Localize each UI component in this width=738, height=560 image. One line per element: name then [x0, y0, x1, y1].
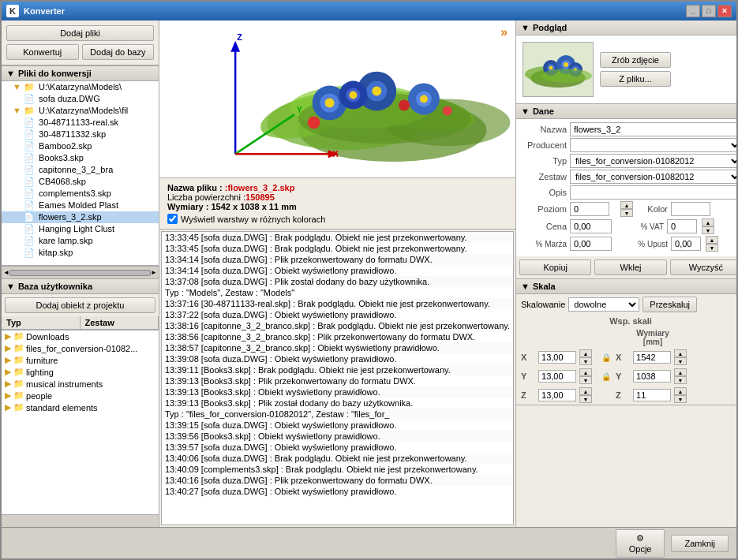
z-mm-up-button[interactable]: ▲ — [674, 387, 687, 395]
add-files-button[interactable]: Dodaj pliki — [6, 25, 154, 41]
center-panel: » — [159, 21, 516, 527]
z-mm-down-button[interactable]: ▼ — [674, 395, 687, 403]
obj-tree[interactable]: ▶ 📁 Downloads ▶ 📁 files_for_conversion-0… — [2, 330, 159, 514]
from-file-button[interactable]: Z pliku... — [600, 71, 671, 87]
tree-item[interactable]: 📄 30-48711133-real.sk — [2, 117, 159, 129]
svg-point-10 — [325, 99, 335, 108]
folder-icon: ▼ 📁 — [13, 106, 35, 115]
x-wsp-up-button[interactable]: ▲ — [579, 349, 592, 357]
lock-icon-y: 🔒 — [601, 372, 614, 381]
obj-tree-item[interactable]: ▶ 📁 files_for_conversion-01082... — [2, 342, 159, 354]
take-photo-button[interactable]: Zrób zdjęcie — [600, 52, 671, 68]
tree-item[interactable]: 📄 complements3.skp — [2, 188, 159, 200]
tree-item[interactable]: 📄 capitonne_3_2_bra — [2, 164, 159, 176]
kolor-input[interactable] — [671, 202, 710, 216]
typ-select[interactable]: files_for_conversion-01082012 — [570, 154, 736, 168]
z-wsp-down-button[interactable]: ▼ — [579, 395, 592, 403]
file-tree-scrollbar-h[interactable]: ◄ ► — [2, 266, 159, 278]
opcje-button[interactable]: ⚙ Opcje — [616, 529, 665, 558]
wklej-button[interactable]: Wklej — [594, 259, 666, 275]
wyczysc-button[interactable]: Wyczyść — [670, 259, 736, 275]
add-to-db-button[interactable]: Dodaj do bazy — [82, 44, 155, 60]
tree-item[interactable]: 📄 sofa duza.DWG — [2, 93, 159, 105]
tree-item[interactable]: 📄 30-48711332.skp — [2, 129, 159, 140]
cena-input[interactable] — [570, 219, 612, 233]
tree-item-label: kitap.skp — [39, 248, 73, 257]
z-wsp-up-button[interactable]: ▲ — [579, 387, 592, 395]
file-tree[interactable]: ▼ 📁 U:\Katarzyna\Models\ 📄 sofa duza.DWG… — [2, 81, 159, 266]
poziom-down-button[interactable]: ▼ — [620, 209, 633, 217]
nazwa-input[interactable] — [570, 122, 736, 136]
x-mm-up-button[interactable]: ▲ — [674, 349, 687, 357]
vat-down-button[interactable]: ▼ — [702, 226, 714, 234]
tree-item[interactable]: 📄 CB4068.skp — [2, 176, 159, 188]
upust-input[interactable] — [671, 237, 701, 251]
marza-input[interactable] — [570, 237, 612, 251]
right-panel: ▼ Podgląd — [516, 21, 736, 527]
obj-tree-item[interactable]: ▶ 📁 lighting — [2, 366, 159, 378]
tree-item[interactable]: ▼ 📁 U:\Katarzyna\Models\ — [2, 81, 159, 93]
obj-tree-item[interactable]: ▶ 📁 standard elements — [2, 401, 159, 413]
tree-item[interactable]: 📄 kare lamp.skp — [2, 235, 159, 247]
obj-tree-item[interactable]: ▶ 📁 furniture — [2, 354, 159, 366]
y-wsp-input[interactable] — [538, 370, 576, 383]
obj-tree-scrollbar-h[interactable] — [2, 514, 159, 527]
y-wsp-up-button[interactable]: ▲ — [579, 368, 592, 376]
y-wsp-down-button[interactable]: ▼ — [579, 376, 592, 384]
log-line: 13:37:16 [30-48711133-real.skp] : Brak p… — [162, 298, 513, 309]
svg-point-21 — [399, 99, 410, 110]
convert-button[interactable]: Konwertuj — [6, 44, 79, 60]
vat-up-button[interactable]: ▲ — [702, 218, 714, 226]
close-button[interactable]: ✕ — [717, 5, 732, 17]
add-obj-from-project-button[interactable]: Dodaj obiekt z projektu — [5, 297, 155, 313]
x-wsp-down-button[interactable]: ▼ — [579, 357, 592, 365]
tree-item[interactable]: 📄 Bamboo2.skp — [2, 140, 159, 152]
z-mm-input[interactable] — [633, 389, 671, 401]
zamknij-button[interactable]: Zamknij — [671, 535, 729, 552]
z-wsp-input[interactable] — [538, 389, 576, 401]
tree-item[interactable]: 📄 kitap.skp — [2, 247, 159, 259]
layers-checkbox[interactable] — [167, 214, 178, 224]
maximize-button[interactable]: □ — [702, 5, 716, 17]
kopiuj-button[interactable]: Kopiuj — [519, 259, 591, 275]
x-mm-down-button[interactable]: ▼ — [674, 357, 687, 365]
data-actions: Kopiuj Wklej Wyczyść — [516, 256, 736, 278]
x-mm-input[interactable] — [633, 351, 671, 364]
tree-item-label: Eames Molded Plast — [39, 200, 118, 210]
opis-input[interactable] — [570, 185, 736, 200]
tree-item-selected[interactable]: 📄 flowers_3_2.skp — [2, 211, 159, 223]
tree-item[interactable]: ▼ 📁 U:\Katarzyna\Models\fil — [2, 105, 159, 117]
tree-item[interactable]: 📄 Hanging Light Clust — [2, 223, 159, 235]
obj-tree-item[interactable]: ▶ 📁 musical instruments — [2, 378, 159, 390]
upust-down-button[interactable]: ▼ — [706, 244, 718, 252]
files-section-header[interactable]: ▼ Pliki do konwersji — [2, 65, 159, 81]
y-mm-input[interactable] — [633, 370, 671, 383]
poziom-input[interactable] — [570, 202, 609, 216]
poziom-spinner: ▲ ▼ — [620, 201, 633, 217]
producent-select[interactable] — [570, 138, 736, 152]
przeskaluj-button[interactable]: Przeskaluj — [642, 297, 697, 312]
preview-arrows-icon: » — [500, 25, 508, 39]
log-line: 13:39:08 [sofa duza.DWG] : Obiekt wyświe… — [162, 353, 513, 364]
user-db-section-header[interactable]: ▼ Baza użytkownika — [2, 278, 159, 294]
skalowanie-select[interactable]: dowolne — [568, 297, 639, 312]
y-mm-down-button[interactable]: ▼ — [674, 376, 687, 384]
x-label: X — [521, 353, 537, 362]
x-wsp-input[interactable] — [538, 351, 576, 364]
log-line: 13:40:16 [sofa duza.DWG] : Plik przekonw… — [162, 475, 513, 486]
zestaw-select[interactable]: files_for_conversion-01082012 — [570, 170, 736, 184]
vat-input[interactable] — [667, 219, 697, 233]
y-mm-up-button[interactable]: ▲ — [674, 368, 687, 376]
log-area[interactable]: 13:33:45 [sofa duza.DWG] : Brak podglądu… — [161, 231, 514, 525]
upust-up-button[interactable]: ▲ — [706, 236, 718, 244]
tree-item[interactable]: 📄 Eames Molded Plast — [2, 200, 159, 211]
tree-item[interactable]: 📄 Books3.skp — [2, 152, 159, 164]
poziom-up-button[interactable]: ▲ — [620, 201, 633, 209]
zamknij-label: Zamknij — [684, 539, 715, 548]
obj-tree-item[interactable]: ▶ 📁 people — [2, 390, 159, 401]
obj-tree-item[interactable]: ▶ 📁 Downloads — [2, 330, 159, 342]
tree-item-label: Bamboo2.skp — [39, 141, 92, 151]
upust-spinner: ▲ ▼ — [706, 236, 718, 252]
scale-subheaders: Wymiary [mm] — [516, 327, 736, 348]
minimize-button[interactable]: _ — [686, 5, 700, 17]
